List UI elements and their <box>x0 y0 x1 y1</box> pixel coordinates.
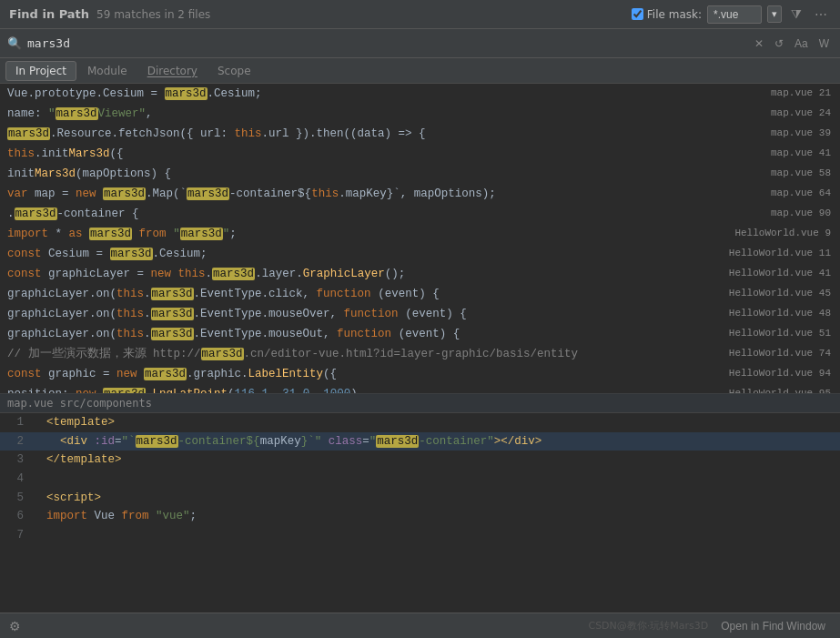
result-file: HelloWorld.vue 51 <box>729 326 831 342</box>
result-code: name: "mars3dViewer", <box>7 105 760 123</box>
table-row[interactable]: mars3d.Resource.fetchJson({ url: this.ur… <box>0 124 840 144</box>
table-row[interactable]: const graphic = new mars3d.graphic.Label… <box>0 364 840 384</box>
code-line: 4 <box>0 470 840 489</box>
code-line: 7 <box>0 526 840 545</box>
line-content: import Vue from "vue"; <box>33 507 197 526</box>
search-actions: ✕ ↺ Aa W <box>751 36 833 51</box>
file-mask-checkbox[interactable] <box>632 8 643 20</box>
table-row[interactable]: var map = new mars3d.Map(`mars3d-contain… <box>0 184 840 204</box>
result-file: HelloWorld.vue 94 <box>729 366 831 382</box>
result-file: map.vue 64 <box>771 186 831 202</box>
result-code: import * as mars3d from "mars3d"; <box>7 225 724 243</box>
top-bar-left: Find in Path 59 matches in 2 files <box>9 7 210 21</box>
tab-module[interactable]: Module <box>78 62 137 80</box>
bottom-bar: ⚙ CSDN@教你·玩转Mars3D Open in Find Window <box>0 613 840 638</box>
tabs-bar: In Project Module Directory Scope <box>0 58 840 84</box>
result-code: const Cesium = mars3d.Cesium; <box>7 245 718 263</box>
result-file: HelloWorld.vue 45 <box>729 286 831 302</box>
result-file: map.vue 58 <box>771 166 831 182</box>
line-number: 6 <box>0 507 33 526</box>
result-file: map.vue 24 <box>771 106 831 122</box>
top-bar-right: File mask: ▾ ⧩ ⋯ <box>632 5 831 24</box>
code-line: 1 <template> <box>0 413 840 432</box>
code-line: 3 </template> <box>0 451 840 470</box>
table-row[interactable]: this.initMars3d({ map.vue 41 <box>0 144 840 164</box>
back-button[interactable]: ↺ <box>771 36 787 51</box>
code-preview-header: map.vue src/components <box>0 394 840 413</box>
table-row[interactable]: graphicLayer.on(this.mars3d.EventType.mo… <box>0 304 840 324</box>
result-code: initMars3d(mapOptions) { <box>7 165 760 183</box>
more-options-button[interactable]: ⋯ <box>811 5 831 24</box>
bottom-left: ⚙ <box>9 619 21 633</box>
line-content: <template> <box>33 413 115 432</box>
table-row[interactable]: import * as mars3d from "mars3d"; HelloW… <box>0 224 840 244</box>
table-row[interactable]: // 加一些演示数据，来源 http://mars3d.cn/editor-vu… <box>0 344 840 364</box>
match-count: 59 matches in 2 files <box>96 8 210 21</box>
tab-directory[interactable]: Directory <box>138 62 207 80</box>
line-content: </template> <box>33 451 122 470</box>
table-row[interactable]: initMars3d(mapOptions) { map.vue 58 <box>0 164 840 184</box>
search-input[interactable] <box>27 36 745 50</box>
result-code: position: new mars3d.LngLatPoint(116.1, … <box>7 385 718 393</box>
file-mask-input[interactable] <box>707 5 762 24</box>
result-code: graphicLayer.on(this.mars3d.EventType.mo… <box>7 305 718 323</box>
filter-button[interactable]: ⧩ <box>787 5 805 24</box>
search-icon: 🔍 <box>7 36 22 50</box>
result-file: HelloWorld.vue 74 <box>729 346 831 362</box>
search-bar: 🔍 ✕ ↺ Aa W <box>0 29 840 58</box>
line-content: <div :id="`mars3d-container${mapKey}`" c… <box>33 432 541 451</box>
result-code: mars3d.Resource.fetchJson({ url: this.ur… <box>7 125 760 143</box>
result-code: this.initMars3d({ <box>7 145 760 163</box>
result-file: HelloWorld.vue 95 <box>729 386 831 393</box>
line-number: 1 <box>0 413 33 432</box>
tab-directory-label: Directory <box>147 65 197 77</box>
whole-word-button[interactable]: W <box>815 36 833 51</box>
line-number: 5 <box>0 489 33 508</box>
table-row[interactable]: const Cesium = mars3d.Cesium; HelloWorld… <box>0 244 840 264</box>
table-row[interactable]: position: new mars3d.LngLatPoint(116.1, … <box>0 384 840 393</box>
results-list[interactable]: Vue.prototype.Cesium = mars3d.Cesium; ma… <box>0 84 840 393</box>
watermark-text: CSDN@教你·玩转Mars3D <box>588 619 708 633</box>
result-file: map.vue 39 <box>771 126 831 142</box>
table-row[interactable]: graphicLayer.on(this.mars3d.EventType.cl… <box>0 284 840 304</box>
code-preview: map.vue src/components 1 <template> 2 <d… <box>0 393 840 544</box>
tab-scope[interactable]: Scope <box>208 62 260 80</box>
result-file: map.vue 41 <box>771 146 831 162</box>
result-code: const graphicLayer = new this.mars3d.lay… <box>7 265 718 283</box>
panel-title: Find in Path <box>9 7 89 21</box>
result-file: map.vue 21 <box>771 86 831 102</box>
top-bar: Find in Path 59 matches in 2 files File … <box>0 0 840 29</box>
match-case-button[interactable]: Aa <box>791 36 812 51</box>
result-file: HelloWorld.vue 41 <box>729 266 831 282</box>
result-code: var map = new mars3d.Map(`mars3d-contain… <box>7 185 760 203</box>
result-file: map.vue 90 <box>771 206 831 222</box>
result-file: HelloWorld.vue 48 <box>729 306 831 322</box>
result-code: graphicLayer.on(this.mars3d.EventType.mo… <box>7 325 718 343</box>
bottom-right: CSDN@教你·玩转Mars3D Open in Find Window <box>588 618 831 634</box>
clear-button[interactable]: ✕ <box>751 36 767 51</box>
result-code: // 加一些演示数据，来源 http://mars3d.cn/editor-vu… <box>7 345 718 363</box>
file-mask-label: File mask: <box>632 8 702 21</box>
code-line: 5 <script> <box>0 489 840 508</box>
preview-file: map.vue <box>7 397 54 410</box>
result-code: .mars3d-container { <box>7 205 760 223</box>
table-row[interactable]: .mars3d-container { map.vue 90 <box>0 204 840 224</box>
table-row[interactable]: const graphicLayer = new this.mars3d.lay… <box>0 264 840 284</box>
preview-path: src/components <box>60 397 152 410</box>
file-mask-dropdown[interactable]: ▾ <box>767 5 782 23</box>
table-row[interactable]: Vue.prototype.Cesium = mars3d.Cesium; ma… <box>0 84 840 104</box>
line-number: 3 <box>0 451 33 470</box>
line-number: 4 <box>0 470 33 489</box>
settings-icon[interactable]: ⚙ <box>9 619 21 633</box>
result-file: HelloWorld.vue 11 <box>729 246 831 262</box>
result-code: const graphic = new mars3d.graphic.Label… <box>7 365 718 383</box>
open-find-window-button[interactable]: Open in Find Window <box>715 618 831 634</box>
line-number: 7 <box>0 526 33 545</box>
table-row[interactable]: graphicLayer.on(this.mars3d.EventType.mo… <box>0 324 840 344</box>
table-row[interactable]: name: "mars3dViewer", map.vue 24 <box>0 104 840 124</box>
result-file: HelloWorld.vue 9 <box>734 226 831 242</box>
tab-in-project[interactable]: In Project <box>5 61 76 81</box>
line-content: <script> <box>33 489 101 508</box>
result-code: Vue.prototype.Cesium = mars3d.Cesium; <box>7 85 760 103</box>
code-line: 6 import Vue from "vue"; <box>0 507 840 526</box>
